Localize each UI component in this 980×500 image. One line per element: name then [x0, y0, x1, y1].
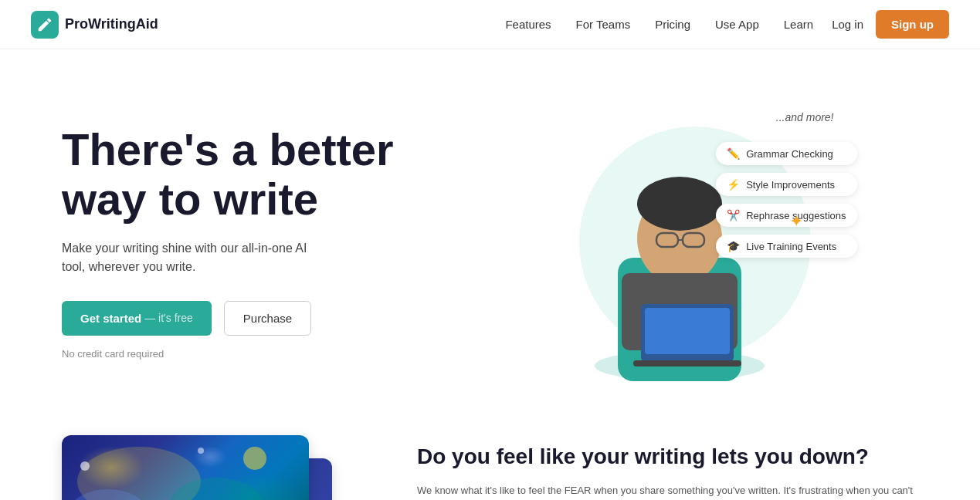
nav-for-teams[interactable]: For Teams	[576, 18, 631, 31]
hero-left: There's a better way to write Make your …	[62, 125, 487, 360]
get-started-button[interactable]: Get started — it's free	[62, 301, 212, 336]
svg-point-17	[243, 447, 266, 470]
nav-actions: Log in Sign up	[832, 10, 949, 39]
hero-illustration: ...and more! ✦ ✏️ Grammar Checking ⚡ Sty…	[556, 103, 849, 381]
stacked-cards: My idea in my head	[62, 435, 340, 500]
svg-point-3	[637, 177, 722, 231]
hero-right: ...and more! ✦ ✏️ Grammar Checking ⚡ Sty…	[487, 96, 918, 389]
logo-link[interactable]: ProWritingAid	[31, 11, 158, 39]
pill-style: ⚡ Style Improvements	[716, 173, 856, 196]
main-nav: ProWritingAid Features For Teams Pricing…	[0, 0, 980, 49]
hero-subtitle: Make your writing shine with our all-in-…	[62, 239, 324, 276]
style-icon: ⚡	[727, 178, 740, 191]
logo-svg	[36, 16, 53, 33]
card-front: My idea in my head	[62, 435, 309, 500]
no-credit-text: No credit card required	[62, 348, 487, 360]
nav-features[interactable]: Features	[505, 18, 551, 31]
second-section-title: Do you feel like your writing lets you d…	[417, 443, 918, 471]
purchase-button[interactable]: Purchase	[224, 301, 311, 336]
training-icon: 🎓	[727, 240, 740, 252]
pill-training: 🎓 Live Training Events	[716, 235, 856, 258]
signup-button[interactable]: Sign up	[876, 10, 949, 39]
logo-icon	[31, 11, 59, 39]
hero-buttons: Get started — it's free Purchase	[62, 301, 487, 336]
and-more-text: ...and more!	[776, 111, 834, 123]
nav-use-app[interactable]: Use App	[715, 18, 759, 31]
login-button[interactable]: Log in	[832, 18, 863, 31]
pill-rephrase: ✂️ Rephrase suggestions	[716, 204, 856, 227]
svg-rect-10	[633, 360, 741, 367]
logo-text: ProWritingAid	[65, 16, 158, 32]
hero-title: There's a better way to write	[62, 125, 487, 224]
hero-section: There's a better way to write Make your …	[0, 49, 980, 420]
svg-point-18	[80, 461, 90, 471]
nav-learn[interactable]: Learn	[784, 18, 813, 31]
starry-swirls	[62, 435, 309, 500]
feature-pills: ✏️ Grammar Checking ⚡ Style Improvements…	[716, 142, 856, 258]
second-section-desc: We know what it's like to feel the FEAR …	[417, 483, 918, 500]
grammar-icon: ✏️	[727, 147, 740, 160]
svg-point-19	[198, 448, 204, 454]
star-decoration: ✦	[789, 211, 803, 231]
second-right: Do you feel like your writing lets you d…	[417, 435, 918, 500]
nav-pricing[interactable]: Pricing	[655, 18, 690, 31]
pill-grammar: ✏️ Grammar Checking	[716, 142, 856, 165]
second-left: My idea in my head	[62, 435, 355, 500]
second-section: My idea in my head Do you feel like your…	[0, 420, 980, 500]
svg-rect-9	[645, 308, 730, 354]
starry-night-image: My idea in my head	[62, 435, 309, 500]
rephrase-icon: ✂️	[727, 209, 740, 221]
nav-links: Features For Teams Pricing Use App Learn	[505, 18, 813, 31]
